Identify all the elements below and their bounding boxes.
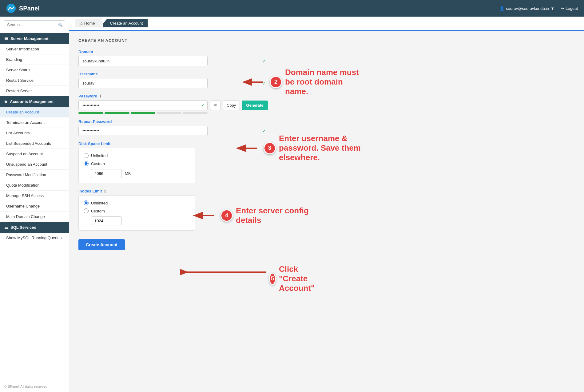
breadcrumb-arrow — [100, 16, 104, 30]
chevron-down-icon: ▼ — [550, 6, 554, 11]
disk-space-group: Disk Space Limit Unlimited Custom MB — [78, 141, 269, 183]
inodes-custom-value-input[interactable] — [91, 216, 122, 225]
annotation-text-2: Domain name must be root domain name. — [285, 68, 365, 97]
accounts-management-label: Accounts Management — [10, 99, 54, 104]
strength-segment-3 — [131, 112, 156, 114]
repeat-password-input[interactable] — [78, 126, 208, 136]
main-content: ⌂ Home Create an Account CREATE AN ACCOU… — [69, 17, 584, 392]
password-actions: 👁 Copy Generate — [210, 101, 268, 110]
app-title: SPanel — [19, 5, 40, 12]
annotation-bubble-2: 2 — [270, 76, 282, 88]
layout: 🔍 ☰ Server Management Server Information… — [0, 17, 584, 392]
sidebar-item-restart-server[interactable]: Restart Server — [0, 86, 69, 96]
disk-space-label: Disk Space Limit — [78, 141, 269, 146]
copy-password-button[interactable]: Copy — [223, 101, 240, 110]
sidebar-section-accounts-management[interactable]: ◈ Accounts Management — [0, 96, 69, 107]
disk-unlimited-radio[interactable] — [84, 153, 89, 158]
password-strength-bar — [78, 112, 208, 114]
server-management-label: Server Management — [10, 36, 49, 41]
disk-custom-input-row: MB — [91, 169, 190, 178]
logout-button[interactable]: ↪ Logout — [561, 6, 578, 11]
password-group: Password ℹ ✓ 👁 Copy Generate — [78, 94, 269, 114]
user-menu[interactable]: 👤 sourav@souravkundu.in ▼ — [499, 6, 554, 11]
domain-input-wrap: ✓ — [78, 56, 269, 66]
password-input[interactable] — [78, 100, 208, 110]
inodes-custom-option[interactable]: Custom — [84, 208, 190, 213]
domain-group: Domain ✓ — [78, 49, 269, 66]
inodes-unlimited-label: Unlimited — [91, 201, 108, 205]
search-icon: 🔍 — [58, 23, 63, 27]
username-group: Username ✓ — [78, 72, 269, 88]
sql-services-label: SQL Services — [10, 225, 36, 230]
sidebar-item-server-status[interactable]: Server Status — [0, 65, 69, 75]
sidebar-item-restart-service[interactable]: Restart Service — [0, 75, 69, 86]
domain-input[interactable] — [78, 56, 208, 66]
annotation-text-3: Enter username & password. Save them els… — [279, 134, 365, 163]
inodes-custom-radio[interactable] — [84, 208, 89, 213]
breadcrumb: ⌂ Home Create an Account — [69, 17, 584, 31]
inodes-group: Inodes Limit ℹ Unlimited Custom — [78, 189, 269, 231]
sidebar-item-password-modification[interactable]: Password Modification — [0, 170, 69, 180]
password-label: Password ℹ — [78, 94, 269, 98]
disk-custom-radio[interactable] — [84, 161, 89, 166]
inodes-custom-label: Custom — [91, 209, 105, 213]
inodes-unlimited-option[interactable]: Unlimited — [84, 200, 190, 205]
sidebar-item-username-change[interactable]: Username Change — [0, 201, 69, 212]
disk-custom-value-input[interactable] — [91, 169, 122, 178]
repeat-password-group: Repeat Password ✓ — [78, 119, 269, 136]
repeat-password-label: Repeat Password — [78, 119, 269, 124]
logout-label: Logout — [566, 6, 578, 11]
annotation-bubble-5: 5 — [269, 273, 276, 285]
disk-unlimited-option[interactable]: Unlimited — [84, 153, 190, 158]
sidebar-item-create-an-account[interactable]: Create an Account — [0, 107, 69, 117]
server-management-icon: ☰ — [4, 36, 8, 41]
sidebar-item-unsuspend-an-account[interactable]: Unsuspend an Account — [0, 159, 69, 170]
annotation-5-arrow: 5 Click "Create Account" — [180, 267, 291, 277]
accounts-management-icon: ◈ — [4, 99, 7, 104]
sidebar-item-main-domain-change[interactable]: Main Domain Change — [0, 212, 69, 222]
sidebar-item-server-information[interactable]: Server Information — [0, 44, 69, 54]
breadcrumb-home[interactable]: ⌂ Home — [75, 19, 100, 27]
search-wrap: 🔍 — [4, 20, 65, 29]
strength-segment-4 — [157, 112, 181, 114]
sidebar-item-manage-ssh-access[interactable]: Manage SSH Access — [0, 191, 69, 201]
breadcrumb-home-label: Home — [84, 21, 95, 26]
sidebar-item-show-mysql-running-queries[interactable]: Show MySQL Running Queries — [0, 233, 69, 243]
disk-space-limit-box: Unlimited Custom MB — [78, 148, 195, 183]
username-input[interactable] — [78, 78, 208, 88]
sidebar-section-sql-services[interactable]: ☰ SQL Services — [0, 222, 69, 233]
sidebar-item-list-suspended-accounts[interactable]: List Suspended Accounts — [0, 138, 69, 149]
username-input-wrap: ✓ — [78, 78, 269, 88]
sidebar-item-terminate-an-account[interactable]: Terminate an Account — [0, 117, 69, 128]
sidebar-item-suspend-an-account[interactable]: Suspend an Account — [0, 149, 69, 159]
password-input-wrap: ✓ — [78, 100, 208, 110]
inodes-label: Inodes Limit ℹ — [78, 189, 269, 193]
top-nav-right: 👤 sourav@souravkundu.in ▼ ↪ Logout — [499, 6, 578, 11]
logout-icon: ↪ — [561, 6, 564, 11]
repeat-password-input-wrap: ✓ — [78, 126, 269, 136]
show-password-button[interactable]: 👁 — [210, 101, 221, 110]
sidebar-footer: © SPanel. All rights reserved. — [0, 381, 69, 392]
username-label: Username — [78, 72, 269, 76]
sidebar-section-server-management[interactable]: ☰ Server Management — [0, 33, 69, 44]
password-info-icon: ℹ — [100, 94, 101, 98]
form-content: CREATE AN ACCOUNT Domain ✓ Username ✓ — [69, 31, 584, 392]
user-email: sourav@souravkundu.in — [506, 6, 549, 11]
create-account-button[interactable]: Create Account — [78, 239, 125, 250]
logo: SPanel — [6, 3, 40, 13]
strength-segment-5 — [183, 112, 208, 114]
disk-unlimited-label: Unlimited — [91, 153, 108, 158]
password-valid-icon: ✓ — [201, 103, 205, 108]
disk-custom-option[interactable]: Custom — [84, 161, 190, 166]
search-input[interactable] — [4, 20, 65, 29]
repeat-password-valid-icon: ✓ — [262, 129, 266, 133]
top-nav: SPanel 👤 sourav@souravkundu.in ▼ ↪ Logou… — [0, 0, 584, 17]
disk-custom-label: Custom — [91, 161, 105, 166]
sidebar-item-quota-modification[interactable]: Quota Modification — [0, 180, 69, 191]
generate-password-button[interactable]: Generate — [242, 101, 268, 110]
inodes-unlimited-radio[interactable] — [84, 200, 89, 205]
strength-segment-1 — [78, 112, 103, 114]
sidebar-item-branding[interactable]: Branding — [0, 54, 69, 65]
sidebar: 🔍 ☰ Server Management Server Information… — [0, 17, 69, 392]
sidebar-item-list-accounts[interactable]: List Accounts — [0, 128, 69, 138]
